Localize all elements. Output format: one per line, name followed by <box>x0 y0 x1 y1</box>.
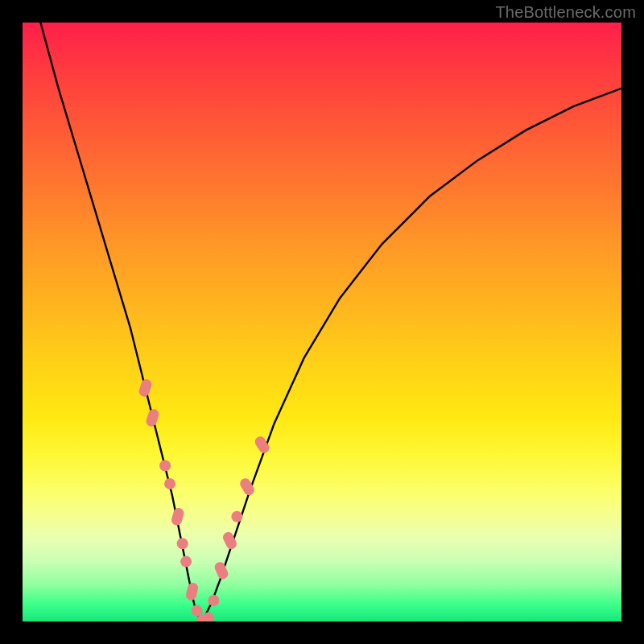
data-marker <box>177 538 188 549</box>
watermark-text: TheBottleneck.com <box>495 3 636 22</box>
data-marker <box>203 613 214 621</box>
data-marker <box>185 582 200 601</box>
data-marker <box>170 506 185 526</box>
data-marker <box>192 605 203 617</box>
data-marker <box>145 408 160 428</box>
curve-right-curve <box>202 89 621 621</box>
plot-area <box>23 23 621 621</box>
data-marker <box>159 460 171 472</box>
curve-layer <box>23 23 621 621</box>
chart-frame: TheBottleneck.com <box>0 0 644 644</box>
data-marker <box>138 378 153 398</box>
data-marker <box>164 478 175 489</box>
data-marker <box>208 595 219 606</box>
data-marker <box>180 556 192 568</box>
curve-left-curve <box>40 23 202 621</box>
data-marker <box>231 511 242 522</box>
data-marker <box>213 560 230 580</box>
